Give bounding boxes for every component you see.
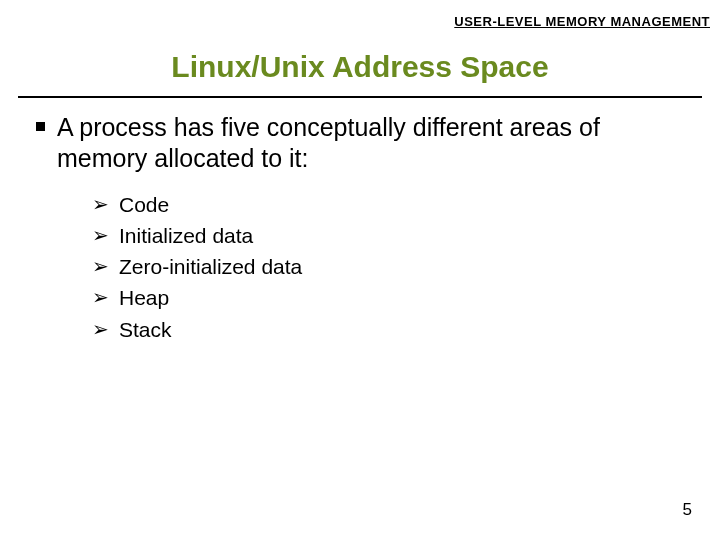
list-item: ➢ Initialized data [92, 222, 690, 249]
list-item: ➢ Code [92, 191, 690, 218]
page-number: 5 [683, 500, 692, 520]
list-item: ➢ Heap [92, 284, 690, 311]
list-item-label: Stack [119, 316, 172, 343]
list-item: ➢ Stack [92, 316, 690, 343]
sub-bullet-list: ➢ Code ➢ Initialized data ➢ Zero-initial… [92, 191, 690, 343]
arrow-bullet-icon: ➢ [92, 316, 109, 342]
bullet-item: A process has five conceptually differen… [36, 112, 690, 175]
arrow-bullet-icon: ➢ [92, 191, 109, 217]
list-item-label: Code [119, 191, 169, 218]
list-item-label: Zero-initialized data [119, 253, 302, 280]
section-header-label: USER-LEVEL MEMORY MANAGEMENT [454, 14, 710, 29]
arrow-bullet-icon: ➢ [92, 253, 109, 279]
bullet-text: A process has five conceptually differen… [57, 112, 690, 175]
slide-body: A process has five conceptually differen… [36, 112, 690, 347]
arrow-bullet-icon: ➢ [92, 284, 109, 310]
list-item-label: Heap [119, 284, 169, 311]
arrow-bullet-icon: ➢ [92, 222, 109, 248]
slide-title: Linux/Unix Address Space [0, 50, 720, 84]
list-item: ➢ Zero-initialized data [92, 253, 690, 280]
square-bullet-icon [36, 122, 45, 131]
title-divider [18, 96, 702, 98]
list-item-label: Initialized data [119, 222, 253, 249]
